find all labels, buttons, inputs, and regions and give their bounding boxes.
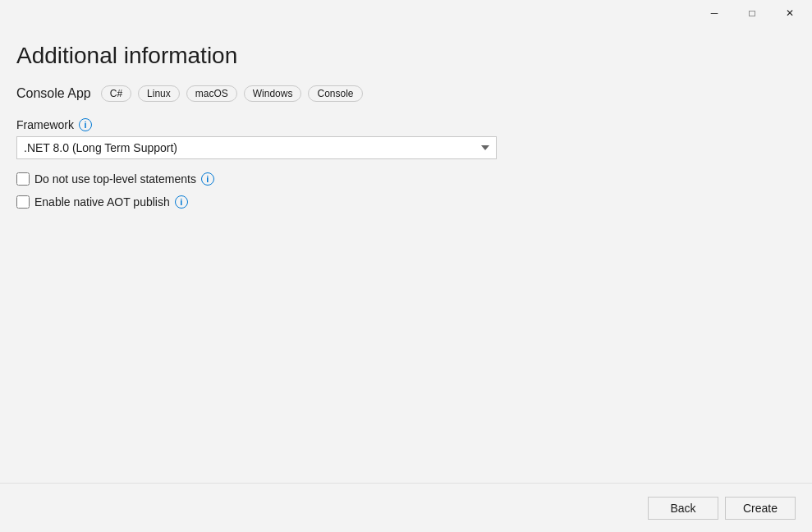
framework-label: Framework <box>16 118 74 131</box>
top-level-statements-info-icon[interactable]: i <box>201 172 214 186</box>
title-bar: ─ □ ✕ <box>0 0 812 26</box>
top-level-statements-checkbox[interactable] <box>16 172 30 186</box>
framework-label-row: Framework i <box>16 118 796 131</box>
maximize-button[interactable]: □ <box>733 0 771 26</box>
tag-csharp: C# <box>101 85 131 102</box>
page-title: Additional information <box>16 43 796 69</box>
framework-select[interactable]: .NET 8.0 (Long Term Support) .NET 7.0 .N… <box>16 136 497 159</box>
tag-linux: Linux <box>138 85 180 102</box>
footer: Back Create <box>0 483 812 532</box>
top-level-statements-row: Do not use top-level statements i <box>16 172 796 186</box>
native-aot-row: Enable native AOT publish i <box>16 195 796 209</box>
tag-macos: macOS <box>186 85 237 102</box>
tag-windows: Windows <box>244 85 302 102</box>
framework-group: Framework i .NET 8.0 (Long Term Support)… <box>16 118 796 159</box>
app-name: Console App <box>16 86 91 101</box>
native-aot-checkbox[interactable] <box>16 195 30 209</box>
top-level-statements-label[interactable]: Do not use top-level statements <box>34 172 196 186</box>
native-aot-label[interactable]: Enable native AOT publish <box>34 195 170 209</box>
close-button[interactable]: ✕ <box>771 0 809 26</box>
main-content: Additional information Console App C# Li… <box>0 26 812 532</box>
framework-info-icon[interactable]: i <box>79 118 92 131</box>
minimize-button[interactable]: ─ <box>695 0 733 26</box>
create-button[interactable]: Create <box>725 497 796 520</box>
native-aot-info-icon[interactable]: i <box>175 195 188 209</box>
app-name-row: Console App C# Linux macOS Windows Conso… <box>16 85 796 102</box>
back-button[interactable]: Back <box>648 497 718 520</box>
tag-console: Console <box>308 85 362 102</box>
